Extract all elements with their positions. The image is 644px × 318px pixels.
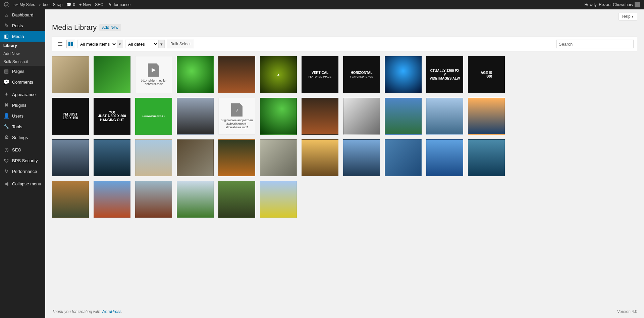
media-item-orange-lily[interactable] — [218, 139, 255, 176]
sidebar-item-posts[interactable]: ✎Posts — [0, 20, 45, 31]
my-sites-menu[interactable]: ⌂⌂My Sites — [11, 0, 37, 9]
pages-icon: ▤ — [3, 68, 9, 74]
sidebar-item-media[interactable]: ◧Media — [0, 31, 45, 42]
media-item-golden-gate[interactable] — [94, 181, 130, 218]
media-grid: ▶2014-slider-mobile-behavior.mov▲VERTICA… — [52, 56, 637, 218]
sidebar-subitem[interactable]: Bulk Smush.it — [0, 58, 45, 66]
media-item-rain-puddle[interactable] — [385, 139, 422, 176]
comments-menu[interactable]: 💬0 — [64, 0, 77, 9]
media-item-golden-sunset[interactable] — [302, 139, 338, 176]
media-item-spider-web[interactable] — [260, 139, 297, 176]
media-item-bw-photo[interactable] — [343, 98, 380, 135]
media-item-sea-cliff[interactable] — [94, 139, 130, 176]
collapse-icon: ◀ — [3, 181, 9, 187]
add-new-button[interactable]: Add New — [99, 24, 121, 31]
plus-icon: + — [79, 2, 82, 7]
footer-thanks: Thank you for creating with WordPress. — [52, 309, 122, 314]
sidebar-item-label: Users — [12, 113, 23, 119]
media-item-triforce[interactable]: ▲ — [260, 56, 297, 93]
grid-view-button[interactable] — [66, 40, 75, 48]
performance-menu[interactable]: Performance — [106, 0, 133, 9]
my-account-menu[interactable]: Howdy, Rezaur Chowdhury — [582, 0, 642, 9]
sidebar-item-collapse[interactable]: ◀Collapse menu — [0, 178, 45, 189]
sidebar-item-label: Dashboard — [12, 12, 34, 17]
media-item-worth-loving[interactable]: I AM WORTH LOVING ♥ — [135, 98, 172, 135]
wp-logo-menu[interactable] — [2, 0, 11, 9]
bulk-select-button[interactable]: Bulk Select — [167, 40, 194, 48]
list-view-button[interactable] — [56, 40, 64, 48]
media-item-beach-sunset[interactable] — [468, 98, 505, 135]
filter-date-select[interactable]: All dates▾ — [125, 40, 165, 48]
home-icon: ⌂ — [39, 2, 42, 7]
search-input[interactable] — [556, 40, 634, 48]
sidebar-item-label: Pages — [12, 69, 24, 74]
media-item-fern[interactable] — [94, 56, 130, 93]
media-item-island-cliff[interactable] — [385, 98, 422, 135]
sidebar-item-tools[interactable]: 🔧Tools — [0, 121, 45, 132]
media-item-harbour-bridge[interactable] — [343, 139, 380, 176]
media-item-rusted-metal-2[interactable] — [302, 98, 338, 135]
comment-icon: 💬 — [66, 2, 71, 7]
media-item-crop-rows[interactable] — [218, 181, 255, 218]
media-item-age-500[interactable]: AGE IS 500 — [468, 56, 505, 93]
admin-toolbar: ⌂⌂My Sites ⌂boot_Strap 💬0 +New SEO Perfo… — [0, 0, 644, 9]
sidebar-item-plugins[interactable]: ✖Plugins — [0, 100, 45, 110]
bps-icon: 🛡 — [3, 157, 9, 164]
sidebar-item-dashboard[interactable]: ⌂Dashboard — [0, 9, 45, 20]
media-item-glasses-on-letter[interactable] — [52, 56, 89, 93]
media-item-coastline[interactable] — [135, 139, 172, 176]
filter-type-select[interactable]: All media items▾ — [77, 40, 123, 48]
media-item-horizontal-featured[interactable]: HORIZONTALFEATURED IMAGE — [343, 56, 380, 93]
sidebar-item-users[interactable]: 👤Users — [0, 110, 45, 121]
media-item-windmill-dusk[interactable] — [52, 139, 89, 176]
media-item-red-crane-pier[interactable] — [135, 181, 172, 218]
media-item-leaf-droplets-2[interactable] — [260, 98, 297, 135]
plugins-icon: ✖ — [3, 102, 9, 108]
sidebar-item-label: Settings — [12, 135, 28, 140]
video-file-icon: ▶ — [148, 63, 159, 77]
media-item-1200px-wide[interactable]: CTUALLY 1200 PX V VIDE IMAGES ALW — [426, 56, 463, 93]
sidebar-subitem[interactable]: Add New — [0, 50, 45, 58]
sidebar-item-label: Media — [12, 34, 24, 39]
sidebar-item-perf[interactable]: ↻Performance — [0, 166, 45, 177]
sidebar-item-comments[interactable]: 💬Comments — [0, 77, 45, 87]
media-item-marina-blue[interactable] — [426, 139, 463, 176]
media-item-pier-water[interactable] — [468, 139, 505, 176]
sidebar-item-seo[interactable]: ◎SEO — [0, 144, 45, 155]
help-tab[interactable]: Help ▾ — [619, 13, 637, 20]
media-item-rock-arch[interactable] — [426, 98, 463, 135]
media-item-railroad-macro[interactable] — [177, 139, 214, 176]
settings-icon: ⚙ — [3, 134, 9, 140]
media-item-tree-plantation[interactable] — [177, 181, 214, 218]
media-item-unicorn-moon[interactable] — [385, 56, 422, 93]
sidebar-item-settings[interactable]: ⚙Settings — [0, 132, 45, 143]
appearance-icon: ✦ — [3, 91, 9, 97]
chevron-down-icon: ▾ — [117, 40, 123, 48]
avatar — [635, 2, 640, 7]
media-item-yellow-field[interactable] — [260, 181, 297, 218]
sidebar-item-label: Tools — [12, 124, 22, 129]
seo-menu[interactable]: SEO — [93, 0, 105, 9]
sidebar-item-label: Appearance — [12, 92, 36, 97]
sidebar-item-label: BPS Security — [12, 158, 38, 163]
wordpress-link[interactable]: WordPress — [101, 309, 121, 314]
sidebar-item-appearance[interactable]: ✦Appearance — [0, 89, 45, 100]
media-item-audio-file[interactable]: ♪originaldixielandjazzbandwithalbernard-… — [218, 98, 255, 135]
media-item-rusted-metal[interactable] — [218, 56, 255, 93]
grid-icon — [68, 41, 73, 47]
media-item-city-street[interactable] — [177, 98, 214, 135]
media-item-video-file[interactable]: ▶2014-slider-mobile-behavior.mov — [135, 56, 172, 93]
media-item-300x200[interactable]: YO! JUST A 300 X 200 HANGING OUT — [94, 98, 130, 135]
sidebar-item-bps[interactable]: 🛡BPS Security — [0, 155, 45, 166]
sidebar-item-pages[interactable]: ▤Pages — [0, 66, 45, 77]
page-title: Media Library Add New — [52, 20, 637, 37]
new-content-menu[interactable]: +New — [77, 0, 93, 9]
media-item-vertical-featured[interactable]: VERTICALFEATURED IMAGE — [302, 56, 338, 93]
dashboard-icon: ⌂ — [3, 12, 9, 18]
media-item-autumn-trees[interactable] — [52, 181, 89, 218]
media-item-150x150[interactable]: I'M JUST 150 X 150 — [52, 98, 89, 135]
media-item-leaf-droplets-1[interactable] — [177, 56, 214, 93]
site-name-menu[interactable]: ⌂boot_Strap — [37, 0, 65, 9]
network-icon: ⌂⌂ — [13, 2, 18, 7]
sidebar-subitem[interactable]: Library — [0, 42, 45, 50]
